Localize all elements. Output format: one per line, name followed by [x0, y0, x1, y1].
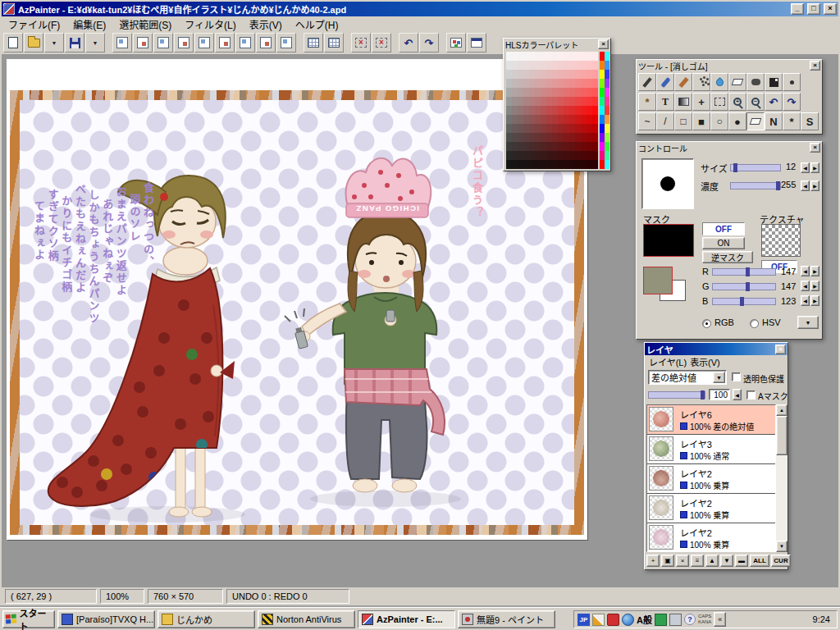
network-globe-icon[interactable]	[622, 614, 634, 626]
filled-rect-tool[interactable]: ■	[692, 112, 710, 130]
hls-color-cell[interactable]	[587, 97, 592, 106]
menu-filter[interactable]: フィルタ(L)	[178, 16, 242, 33]
hls-color-cell[interactable]	[587, 115, 592, 124]
hls-color-cell[interactable]	[575, 151, 581, 160]
hls-color-cell[interactable]	[535, 79, 541, 88]
hls-color-cell[interactable]	[587, 88, 592, 97]
layer-visibility-checkbox[interactable]	[680, 482, 687, 489]
save-dropdown-button[interactable]: ▼	[85, 33, 105, 52]
hls-color-cell[interactable]	[546, 160, 552, 169]
hls-color-cell[interactable]	[529, 61, 535, 70]
hls-color-cell[interactable]	[512, 106, 518, 115]
image-size-button[interactable]	[133, 33, 153, 52]
close-icon[interactable]: ×	[598, 39, 609, 49]
round-pen-tool[interactable]	[746, 73, 765, 91]
hls-color-cell[interactable]	[564, 88, 569, 97]
grid-split-button[interactable]	[324, 33, 344, 52]
hls-color-cell[interactable]	[564, 52, 569, 61]
hls-color-cell[interactable]	[592, 52, 598, 61]
hls-color-cell[interactable]	[541, 133, 546, 142]
spin-left-icon[interactable]: ◀	[801, 281, 810, 291]
hls-color-cell[interactable]	[535, 97, 541, 106]
maximize-button[interactable]: □	[807, 3, 820, 15]
hls-color-cell[interactable]	[581, 79, 587, 88]
crayon-tool[interactable]	[674, 73, 692, 91]
hls-color-cell[interactable]	[564, 106, 569, 115]
hls-color-cell[interactable]	[552, 79, 558, 88]
chevron-down-icon[interactable]: ▼	[713, 372, 725, 383]
hls-color-cell[interactable]	[558, 61, 564, 70]
hls-color-cell[interactable]	[569, 61, 575, 70]
hls-color-cell[interactable]	[592, 88, 598, 97]
hls-color-cell[interactable]	[569, 97, 575, 106]
hls-color-cell[interactable]	[535, 142, 541, 151]
hls-color-cell[interactable]	[512, 61, 518, 70]
hls-color-cell[interactable]	[564, 151, 569, 160]
hls-color-cell[interactable]	[518, 106, 523, 115]
hls-color-cell[interactable]	[529, 115, 535, 124]
layer-row[interactable]: レイヤ2100% 乗算	[647, 494, 775, 523]
hls-color-cell[interactable]	[541, 61, 546, 70]
hls-color-cell[interactable]	[529, 97, 535, 106]
new-file-button[interactable]	[3, 33, 23, 52]
hls-color-cell[interactable]	[512, 88, 518, 97]
hls-color-cell[interactable]	[581, 70, 587, 79]
hls-color-cell[interactable]	[564, 115, 569, 124]
layer-row[interactable]: レイヤ2100% 乗算	[647, 464, 775, 494]
hls-color-cell[interactable]	[506, 70, 512, 79]
tone-button[interactable]	[256, 33, 276, 52]
hls-color-cell[interactable]	[575, 115, 581, 124]
hls-color-cell[interactable]	[592, 70, 598, 79]
menu-selection[interactable]: 選択範囲(S)	[112, 16, 178, 33]
close-button[interactable]: ×	[824, 3, 837, 15]
undo-tool[interactable]: ↶	[765, 93, 783, 111]
menu-file[interactable]: ファイル(F)	[2, 16, 66, 33]
hls-color-cell[interactable]	[529, 142, 535, 151]
hls-color-cell[interactable]	[546, 61, 552, 70]
delete-layer-button[interactable]: ×	[676, 555, 689, 567]
hls-color-cell[interactable]	[518, 133, 523, 142]
hls-color-cell[interactable]	[535, 160, 541, 169]
rect-tool[interactable]: □	[674, 112, 692, 130]
hls-color-cell[interactable]	[552, 52, 558, 61]
hls-color-cell[interactable]	[569, 70, 575, 79]
zoom-in-tool[interactable]: +	[728, 93, 746, 111]
hue-cell[interactable]	[605, 61, 609, 70]
hls-color-cell[interactable]	[587, 106, 592, 115]
hls-color-cell[interactable]	[558, 97, 564, 106]
hls-color-cell[interactable]	[575, 79, 581, 88]
scrollbar-thumb[interactable]	[776, 416, 788, 455]
spin-right-icon[interactable]: ▶	[810, 162, 819, 173]
hls-color-cell[interactable]	[587, 79, 592, 88]
collapse-chevrons[interactable]: «	[714, 612, 726, 627]
redo-button[interactable]: ↷	[419, 33, 439, 52]
menu-view[interactable]: 表示(V)	[243, 16, 289, 33]
dot-pen-tool[interactable]	[783, 73, 801, 91]
zoom-out-tool[interactable]: −	[746, 93, 765, 111]
hue-cell[interactable]	[605, 115, 609, 124]
hls-color-cell[interactable]	[518, 52, 523, 61]
hls-color-cell[interactable]	[575, 142, 581, 151]
keyboard-icon[interactable]	[669, 614, 682, 626]
hls-color-cell[interactable]	[512, 79, 518, 88]
hue-cell[interactable]	[605, 79, 609, 88]
hls-color-cell[interactable]	[512, 160, 518, 169]
hls-color-cell[interactable]	[541, 142, 546, 151]
hls-color-cell[interactable]	[506, 88, 512, 97]
hls-color-cell[interactable]	[541, 124, 546, 133]
hls-color-cell[interactable]	[581, 160, 587, 169]
ime-options-icon[interactable]	[655, 614, 667, 626]
move-tool[interactable]: +	[692, 93, 710, 111]
hls-color-cell[interactable]	[523, 106, 529, 115]
layer-menu-layer[interactable]: レイヤ(L)	[649, 355, 687, 368]
hls-color-cell[interactable]	[512, 70, 518, 79]
hls-color-cell[interactable]	[518, 79, 523, 88]
hls-color-cell[interactable]	[592, 142, 598, 151]
hls-color-cell[interactable]	[592, 115, 598, 124]
taskbar-task-4[interactable]: AzPainter - E:...	[358, 610, 455, 628]
hls-color-cell[interactable]	[546, 106, 552, 115]
spin-left-icon[interactable]: ◀	[801, 162, 810, 173]
flatten-button[interactable]: ▬	[735, 555, 748, 567]
spin-left-icon[interactable]: ◀	[801, 180, 810, 191]
hls-color-cell[interactable]	[506, 160, 512, 169]
